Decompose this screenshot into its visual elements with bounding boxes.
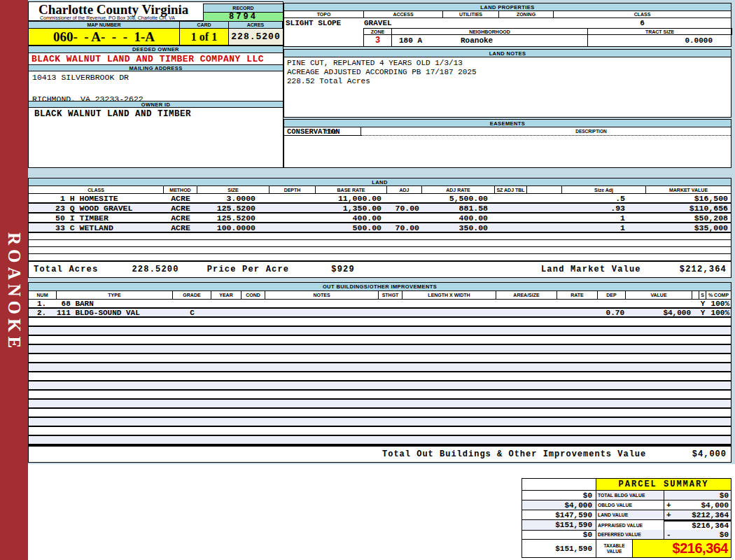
- neighborhood-vertical-label: ROANOKE: [4, 232, 24, 560]
- land-table-row: 33 C WETLAND ACRE 100.0000 500.00 70.00 …: [29, 223, 731, 233]
- land-notes-body: PINE CUT, REPLANTED 4 YEARS OLD 1/3/13 A…: [284, 57, 731, 86]
- summary-row-deferred: $0 DEFERRED VALUE - $0: [522, 530, 731, 540]
- easement-description-label: DESCRIPTION: [575, 129, 606, 134]
- ob-empty-row: [29, 418, 731, 427]
- ob-col-sthgt: STHGT: [379, 291, 402, 299]
- ob-empty-row: [29, 363, 731, 372]
- access-label: ACCESS: [364, 11, 443, 18]
- zone-value: 3: [364, 35, 392, 46]
- topo-label: TOPO: [284, 11, 364, 18]
- summary-row-land-value: $147,590 LAND VALUE + $212,364: [522, 510, 731, 520]
- land-empty-row: [29, 240, 731, 247]
- price-per-acre-label: Price Per Acre: [207, 265, 290, 274]
- map-number-label: MAP NUMBER: [29, 22, 180, 29]
- ob-empty-row: [29, 354, 731, 363]
- land-col-class: CLASS: [29, 186, 164, 193]
- deeded-owner-value: BLACK WALNUT LAND AND TIMBER COMPANY LLC: [29, 53, 283, 64]
- map-card-acres-grid: MAP NUMBER CARD ACRES 060- - A- - - 1-A …: [28, 21, 284, 46]
- land-col-market-value: MARKET VALUE: [646, 186, 731, 193]
- land-properties-headers: TOPO ACCESS UTILITIES ZONING CLASS: [284, 11, 731, 18]
- class-value: 6: [554, 18, 731, 28]
- land-properties-panel: LAND PROPERTIES TOPO ACCESS UTILITIES ZO…: [284, 3, 732, 47]
- land-empty-row: [29, 233, 731, 240]
- ob-empty-row: [29, 400, 731, 409]
- map-number-value: 060- - A- - - 1-A: [29, 29, 180, 45]
- ob-empty-row: [29, 409, 731, 418]
- land-col-adj-rate: ADJ RATE: [422, 186, 495, 193]
- owner-id-band: OWNER ID: [29, 101, 283, 108]
- record-value: 8794: [204, 13, 283, 21]
- easement-type-cell: CONSERVATION TYPE: [284, 127, 361, 136]
- neighborhood-label: NEIGHBORHOOD: [392, 29, 588, 35]
- land-note-line: 228.52 Total Acres: [287, 77, 731, 86]
- land-band: LAND: [29, 178, 731, 186]
- land-market-value: $212,364: [680, 265, 727, 274]
- easements-panel: EASEMENTS CONSERVATION TYPE DESCRIPTION: [284, 119, 732, 168]
- acres-label: ACRES: [229, 22, 283, 29]
- parcel-summary-title: PARCEL SUMMARY: [596, 479, 731, 491]
- ob-col-area-size: AREA/SIZE: [496, 291, 557, 299]
- record-box: RECORD 8794: [203, 4, 283, 21]
- land-table-row: 50 I TIMBER ACRE 125.5200 400.00 400.00 …: [29, 214, 731, 223]
- zoning-label: ZONING: [499, 11, 554, 18]
- land-table-row: 1 H HOMESITE ACRE 3.0000 11,000.00 5,500…: [29, 194, 731, 204]
- land-table-header: CLASS METHOD SIZE DEPTH BASE RATE ADJ AD…: [29, 186, 731, 194]
- price-per-acre-value: $929: [331, 265, 355, 274]
- owner-panel: DEEDED OWNER BLACK WALNUT LAND AND TIMBE…: [28, 46, 284, 168]
- ob-empty-row: [29, 382, 731, 391]
- zoning-value: [499, 18, 554, 28]
- land-note-line: PINE CUT, REPLANTED 4 YEARS OLD 1/3/13: [287, 59, 731, 68]
- taxable-label: TAXABLE VALUE: [596, 540, 633, 557]
- mailing-address-block: 10413 SILVERBROOK DR RICHMOND, VA 23233-…: [29, 71, 283, 101]
- ob-col-length-width: LENGTH X WIDTH: [402, 291, 496, 299]
- ob-col-cond: COND: [241, 291, 265, 299]
- easement-description-cell: DESCRIPTION: [361, 127, 731, 136]
- land-notes-panel: LAND NOTES PINE CUT, REPLANTED 4 YEARS O…: [284, 49, 732, 118]
- neighborhood-name: Roanoke: [461, 36, 493, 45]
- land-properties-values: SLIGHT SLOPE GRAVEL 6: [284, 18, 731, 28]
- owner-id-value: BLACK WALNUT LAND AND TIMBER: [29, 108, 283, 120]
- neighborhood-value: 180 A Roanoke: [392, 35, 588, 46]
- ob-col-type: TYPE: [57, 291, 173, 299]
- ob-col-comp: % COMP: [706, 291, 731, 299]
- address-line-1: 10413 SILVERBROOK DR: [32, 73, 283, 82]
- land-table-row: 23 Q WOOD GRAVEL ACRE 125.5200 1,350.00 …: [29, 204, 731, 214]
- ob-col-grade: GRADE: [173, 291, 211, 299]
- ob-col-rate: RATE: [557, 291, 598, 299]
- out-building-row: 1. 68 BARN Y 100%: [29, 300, 731, 309]
- total-acres-label: Total Acres: [34, 265, 98, 274]
- tract-size-value: 0.0000: [588, 35, 732, 46]
- access-value: GRAVEL: [364, 18, 443, 28]
- summary-row-obldg: $4,000 OBLDG VALUE + $4,000: [522, 500, 731, 510]
- ob-col-s: S: [699, 291, 706, 299]
- land-col-sz-adj-tbl: SZ ADJ TBL: [495, 186, 527, 193]
- easement-row: CONSERVATION TYPE DESCRIPTION: [284, 127, 731, 136]
- ob-col-value: VALUE: [626, 291, 692, 299]
- ob-empty-row: [29, 336, 731, 345]
- ob-col-year: YEAR: [211, 291, 241, 299]
- ob-empty-row: [29, 318, 731, 327]
- ob-empty-row: [29, 327, 731, 336]
- card-value: 1 of 1: [180, 29, 229, 45]
- parcel-summary-title-row: PARCEL SUMMARY: [522, 479, 731, 491]
- out-buildings-total-value: $4,000: [692, 449, 727, 459]
- easements-band: EASEMENTS: [284, 120, 731, 127]
- land-note-line: ACREAGE ADJUSTED ACCORDING PB 17/187 202…: [287, 68, 731, 77]
- utilities-value: [443, 18, 499, 28]
- easement-type-label: TYPE: [325, 130, 337, 134]
- out-buildings-total-row: Total Out Buildings & Other Improvements…: [29, 445, 731, 462]
- tract-size-label: TRACT SIZE: [588, 29, 732, 35]
- land-col-depth: DEPTH: [270, 186, 316, 193]
- deeded-owner-band: DEEDED OWNER: [29, 46, 283, 53]
- office-line: Commissioner of the Revenue, PO Box 308,…: [40, 15, 175, 20]
- taxable-prior-value: $151,590: [522, 540, 596, 557]
- ob-col-num: NUM: [29, 291, 57, 299]
- summary-row-total-bldg: $0 TOTAL BLDG VALUE $0: [522, 491, 731, 500]
- land-col-base-rate: BASE RATE: [316, 186, 387, 193]
- ob-col-dep: DEP: [598, 291, 626, 299]
- land-market-value-label: Land Market Value: [541, 265, 641, 274]
- ob-col-blank: [692, 291, 699, 299]
- land-section: LAND CLASS METHOD SIZE DEPTH BASE RATE A…: [28, 178, 732, 278]
- land-totals-row: Total Acres 228.5200 Price Per Acre $929…: [29, 261, 731, 277]
- summary-row-appraised: $151,590 APPRAISED VALUE $216,364: [522, 520, 731, 530]
